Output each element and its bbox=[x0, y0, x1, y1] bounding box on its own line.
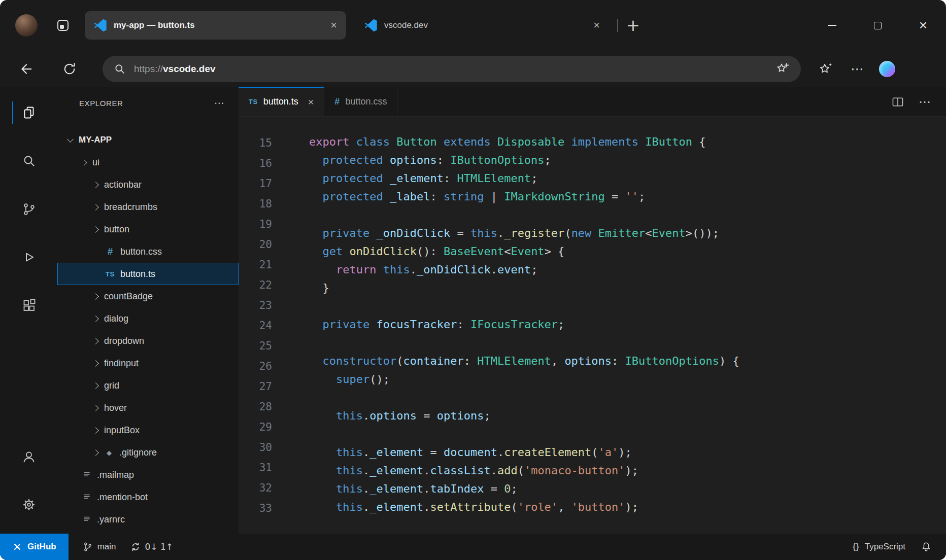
tree-item-mention-bot[interactable]: .mention-bot bbox=[57, 486, 239, 508]
minimize-button[interactable] bbox=[809, 0, 855, 51]
maximize-button[interactable] bbox=[855, 0, 900, 51]
sync-indicator[interactable]: 0↓ 1↑ bbox=[130, 542, 174, 552]
editor-more-actions-icon[interactable]: ⋯ bbox=[919, 95, 931, 109]
tree-item-dropdown[interactable]: dropdown bbox=[57, 330, 239, 352]
line-number: 22 bbox=[239, 275, 272, 295]
code-line: return this._onDidClick.event; bbox=[309, 261, 739, 279]
close-tab-icon[interactable]: × bbox=[330, 20, 337, 31]
css-file-icon: # bbox=[334, 96, 340, 107]
tree-item-hover[interactable]: hover bbox=[57, 397, 239, 419]
add-favorite-icon[interactable] bbox=[775, 62, 790, 76]
tree-item-yarnrc[interactable]: .yarnrc bbox=[57, 508, 239, 531]
activity-account[interactable] bbox=[0, 444, 57, 469]
browser-menu-icon[interactable]: ⋯ bbox=[851, 61, 864, 77]
status-bar: GitHub main 0↓ 1↑ {} TypeScript bbox=[0, 534, 946, 560]
tree-item-findinput[interactable]: findinput bbox=[57, 352, 239, 374]
code-content: export class Button extends Disposable i… bbox=[283, 133, 739, 534]
remote-icon bbox=[12, 542, 22, 552]
editor-tab-bar: TS button.ts × # button.css ⋯ bbox=[239, 87, 946, 117]
browser-window: my-app — button.ts × vscode.dev × + × bbox=[0, 0, 946, 560]
workspaces-icon[interactable] bbox=[56, 18, 70, 32]
profile-avatar[interactable] bbox=[15, 14, 38, 37]
code-line: this._element.setAttribute('role', 'butt… bbox=[309, 498, 739, 516]
tree-item-countbadge[interactable]: countBadge bbox=[57, 285, 239, 307]
address-bar[interactable]: https://vscode.dev bbox=[103, 56, 801, 82]
favorites-icon[interactable] bbox=[818, 61, 833, 77]
tree-item-button[interactable]: button bbox=[57, 218, 239, 240]
tree-item-gitignore[interactable]: ◆.gitignore bbox=[57, 441, 239, 464]
tree-item-label: actionbar bbox=[104, 180, 142, 190]
line-number: 20 bbox=[239, 234, 272, 255]
tree-item-inputbox[interactable]: inputBox bbox=[57, 419, 239, 441]
code-editor[interactable]: 15161718192021222324252627282930313233 e… bbox=[239, 117, 946, 534]
chevron-right-icon bbox=[81, 159, 87, 166]
tree-item-my-app[interactable]: MY-APP bbox=[57, 129, 239, 151]
browser-tab-my-app[interactable]: my-app — button.ts × bbox=[85, 11, 346, 40]
git-branch-icon bbox=[83, 542, 93, 552]
window-controls: × bbox=[809, 0, 946, 51]
code-line bbox=[309, 297, 739, 316]
activity-explorer[interactable] bbox=[0, 100, 57, 125]
sidebar-header: EXPLORER ⋯ bbox=[57, 87, 239, 119]
activity-search[interactable] bbox=[0, 149, 57, 173]
sidebar-title: EXPLORER bbox=[79, 99, 123, 108]
copilot-icon[interactable] bbox=[879, 61, 895, 77]
line-number: 28 bbox=[239, 397, 272, 417]
line-number: 31 bbox=[239, 458, 272, 478]
line-number: 18 bbox=[239, 194, 272, 214]
activity-source-control[interactable] bbox=[0, 197, 57, 221]
tree-item-mailmap[interactable]: .mailmap bbox=[57, 464, 239, 486]
tree-item-label: findinput bbox=[104, 358, 139, 369]
code-line: } bbox=[309, 279, 739, 297]
branch-indicator[interactable]: main bbox=[83, 542, 116, 552]
settings-gear-icon[interactable] bbox=[0, 493, 57, 517]
code-line: export class Button extends Disposable i… bbox=[309, 133, 739, 151]
close-window-button[interactable]: × bbox=[900, 0, 946, 51]
code-line bbox=[309, 334, 739, 352]
tree-item-label: breadcrumbs bbox=[104, 202, 157, 213]
tree-item-label: button.ts bbox=[120, 269, 155, 279]
line-number: 32 bbox=[239, 478, 272, 498]
chevron-right-icon bbox=[92, 226, 99, 233]
tree-item-button.ts[interactable]: TSbutton.ts bbox=[57, 263, 239, 285]
split-editor-icon[interactable] bbox=[891, 95, 904, 109]
tree-item-dialog[interactable]: dialog bbox=[57, 307, 239, 330]
chevron-right-icon bbox=[92, 182, 99, 188]
close-tab-icon[interactable]: × bbox=[593, 20, 600, 31]
minimize-icon bbox=[828, 25, 836, 26]
editor-tab-button-ts[interactable]: TS button.ts × bbox=[239, 87, 324, 116]
browser-tab-vscode-dev[interactable]: vscode.dev × bbox=[355, 11, 609, 40]
code-line bbox=[309, 389, 739, 407]
code-line: protected _label: string | IMarkdownStri… bbox=[309, 188, 739, 206]
tree-item-label: .mention-bot bbox=[97, 492, 148, 503]
refresh-button[interactable] bbox=[58, 57, 81, 81]
editor-tab-label: button.css bbox=[345, 96, 387, 107]
close-tab-icon[interactable]: × bbox=[308, 97, 314, 107]
browser-tab-title: my-app — button.ts bbox=[114, 20, 195, 30]
tree-item-breadcrumbs[interactable]: breadcrumbs bbox=[57, 196, 239, 218]
remote-indicator[interactable]: GitHub bbox=[0, 534, 69, 560]
back-button[interactable] bbox=[14, 57, 38, 81]
activity-run-debug[interactable] bbox=[0, 245, 57, 269]
editor-tab-button-css[interactable]: # button.css bbox=[324, 87, 397, 116]
code-line: private _onDidClick = this._register(new… bbox=[309, 224, 739, 242]
chevron-right-icon bbox=[92, 293, 99, 300]
editor-tab-label: button.ts bbox=[263, 96, 298, 107]
line-number: 29 bbox=[239, 417, 272, 437]
activity-extensions[interactable] bbox=[0, 293, 57, 318]
language-indicator[interactable]: TypeScript bbox=[865, 542, 905, 552]
url-text: https://vscode.dev bbox=[134, 63, 216, 75]
new-tab-button[interactable]: + bbox=[626, 17, 640, 33]
tree-item-button.css[interactable]: #button.css bbox=[57, 240, 239, 263]
text-file-icon bbox=[82, 470, 92, 479]
typescript-file-icon: TS bbox=[249, 98, 258, 106]
tree-item-actionbar[interactable]: actionbar bbox=[57, 173, 239, 196]
maximize-icon bbox=[874, 22, 882, 29]
line-number: 16 bbox=[239, 153, 272, 173]
code-line: this._element.tabIndex = 0; bbox=[309, 480, 739, 498]
tree-item-ui[interactable]: ui bbox=[57, 151, 239, 173]
tree-item-grid[interactable]: grid bbox=[57, 374, 239, 397]
text-file-icon bbox=[82, 493, 92, 502]
notifications-bell-icon[interactable] bbox=[921, 541, 932, 552]
sidebar-more-actions-icon[interactable]: ⋯ bbox=[214, 98, 224, 108]
